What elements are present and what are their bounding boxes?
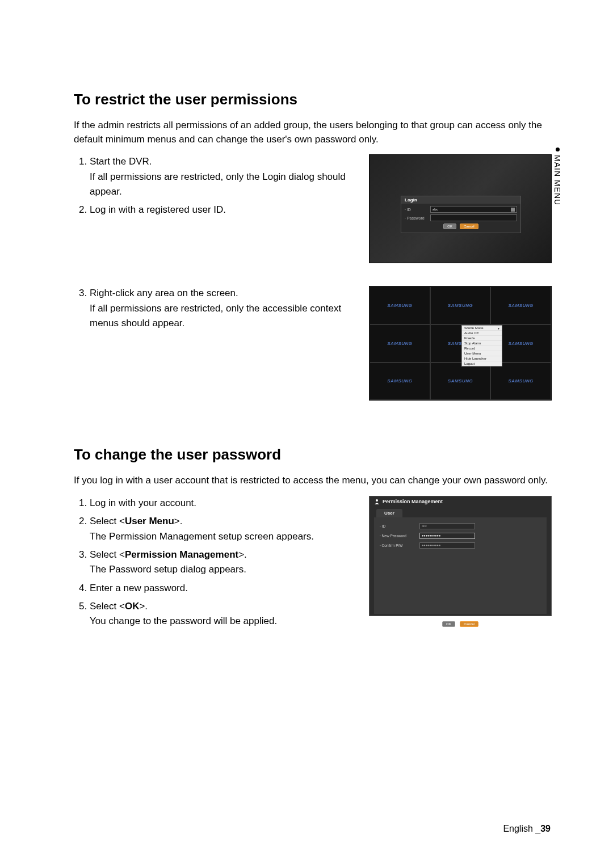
- ctx-hide-launcher[interactable]: Hide Launcher: [462, 356, 502, 361]
- s1-step2: Log in with a registered user ID.: [90, 203, 358, 217]
- pm-tab-user[interactable]: User: [376, 509, 402, 517]
- ctx-scene-mode[interactable]: Scene Mode: [462, 326, 502, 331]
- svg-point-0: [376, 499, 378, 502]
- brand-logo: SAMSUNG: [508, 303, 533, 308]
- login-dialog: Login · ID abc · Password: [401, 196, 521, 233]
- login-pw-input[interactable]: [430, 214, 517, 221]
- s2-step5: Select <OK>. You change to the password …: [90, 599, 358, 629]
- pm-title: Permission Management: [383, 499, 443, 504]
- login-pw-label: · Password: [405, 216, 430, 220]
- login-ok-button[interactable]: OK: [443, 224, 456, 229]
- brand-logo: SAMSUNG: [448, 378, 473, 384]
- s2-step1: Log in with your account.: [90, 496, 358, 511]
- ctx-audio-off[interactable]: Audio Off: [462, 331, 502, 336]
- ctx-freeze[interactable]: Freeze: [462, 336, 502, 341]
- pm-confirm-field[interactable]: ●●●●●●●●●●: [419, 542, 475, 549]
- brand-logo: SAMSUNG: [387, 378, 412, 384]
- login-id-label: · ID: [405, 208, 430, 212]
- user-icon: [374, 499, 380, 504]
- context-menu: Scene Mode Audio Off Freeze Stop Alarm R…: [461, 325, 502, 366]
- ctx-stop-alarm[interactable]: Stop Alarm: [462, 341, 502, 346]
- brand-logo: SAMSUNG: [448, 303, 473, 308]
- dropdown-icon: [511, 208, 515, 212]
- pm-id-label: · ID: [380, 524, 419, 528]
- pm-id-field[interactable]: abc: [419, 523, 475, 529]
- brand-logo: SAMSUNG: [508, 341, 533, 346]
- section2-intro: If you log in with a user account that i…: [74, 474, 551, 488]
- s2-step3: Select <Permission Management>. The Pass…: [90, 547, 358, 578]
- ctx-record[interactable]: Record: [462, 346, 502, 351]
- pm-confirm-label: · Confirm P/W: [380, 543, 419, 547]
- ctx-user-menu[interactable]: User Menu: [462, 351, 502, 356]
- screenshot-grid: 2012-01-01 01:10:25 👤 SAMSUNG SAMSUNG SA…: [369, 286, 552, 401]
- pm-newpw-field[interactable]: ●●●●●●●●●●: [419, 533, 475, 539]
- login-id-select[interactable]: abc: [430, 206, 517, 213]
- login-title: Login: [401, 196, 520, 204]
- ctx-logout[interactable]: Logout: [462, 361, 502, 366]
- s1-step3: Right-click any area on the screen. If a…: [90, 286, 358, 331]
- pm-newpw-label: · New Password: [380, 534, 419, 538]
- brand-logo: SAMSUNG: [387, 303, 412, 308]
- pm-cancel-button[interactable]: Cancel: [460, 621, 478, 627]
- brand-logo: SAMSUNG: [387, 341, 412, 346]
- screenshot-login: Login · ID abc · Password: [369, 154, 552, 263]
- section1-intro: If the admin restricts all permissions o…: [74, 119, 551, 146]
- pm-ok-button[interactable]: OK: [442, 621, 455, 627]
- brand-logo: SAMSUNG: [508, 378, 533, 384]
- page-footer: English _39: [503, 824, 551, 834]
- screenshot-permission: Permission Management User · ID abc · Ne…: [369, 496, 552, 616]
- s2-step2: Select <User Menu>. The Permission Manag…: [90, 514, 358, 544]
- s1-step1: Start the DVR. If all permissions are re…: [90, 154, 358, 199]
- section2-heading: To change the user password: [74, 446, 551, 464]
- login-cancel-button[interactable]: Cancel: [460, 224, 478, 229]
- section1-heading: To restrict the user permissions: [74, 91, 551, 108]
- s2-step4: Enter a new password.: [90, 581, 358, 596]
